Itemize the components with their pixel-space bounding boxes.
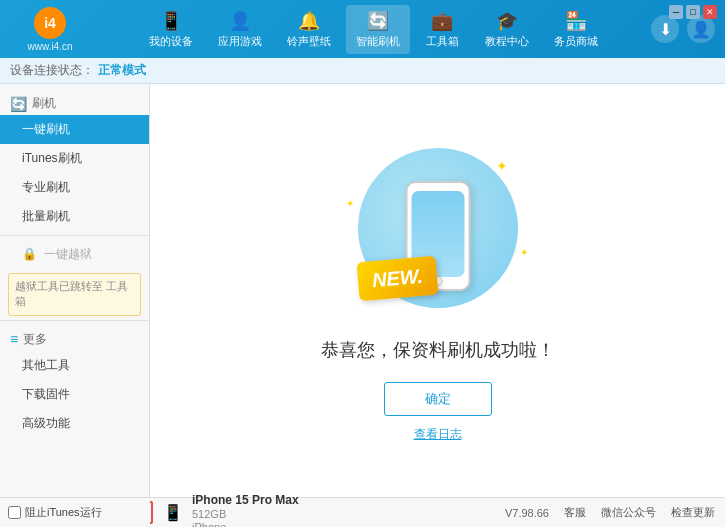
sidebar-section-flash: 🔄 刷机: [0, 89, 149, 115]
nav-item-store[interactable]: 🏪 务员商城: [544, 5, 608, 54]
wechat-link[interactable]: 微信公众号: [601, 505, 656, 520]
sidebar-item-itunes-flash[interactable]: iTunes刷机: [0, 144, 149, 173]
nav-item-apps-games[interactable]: 👤 应用游戏: [208, 5, 272, 54]
feedback-link[interactable]: 客服: [564, 505, 586, 520]
maximize-button[interactable]: □: [686, 5, 700, 19]
main-layout: 🔄 刷机 一键刷机 iTunes刷机 专业刷机 批量刷机 🔒 一键越狱 越狱工具…: [0, 84, 725, 497]
ringtones-icon: 🔔: [298, 10, 320, 32]
check-update-link[interactable]: 检查更新: [671, 505, 715, 520]
nav-item-ringtones[interactable]: 🔔 铃声壁纸: [277, 5, 341, 54]
user-button[interactable]: 👤: [687, 15, 715, 43]
new-badge: NEW.: [356, 256, 438, 302]
my-device-icon: 📱: [160, 10, 182, 32]
sidebar-item-other-tools[interactable]: 其他工具: [0, 351, 149, 380]
more-section-label: 更多: [23, 331, 47, 348]
header: i4 www.i4.cn 📱 我的设备 👤 应用游戏 🔔 铃声壁纸 🔄 智能刷机: [0, 0, 725, 58]
store-icon: 🏪: [565, 10, 587, 32]
flash-section-label: 刷机: [32, 95, 56, 112]
logo-url: www.i4.cn: [27, 41, 72, 52]
success-message: 恭喜您，保资料刷机成功啦！: [321, 338, 555, 362]
nav-item-tutorials[interactable]: 🎓 教程中心: [475, 5, 539, 54]
status-label: 设备连接状态：: [10, 62, 94, 79]
logo-area: i4 www.i4.cn: [10, 7, 90, 52]
store-label: 务员商城: [554, 34, 598, 49]
confirm-button[interactable]: 确定: [384, 382, 492, 416]
version-label: V7.98.66: [505, 507, 549, 519]
status-value: 正常模式: [98, 62, 146, 79]
itunes-bar: 阻止iTunes运行: [0, 497, 150, 527]
header-right: ⬇ 👤: [651, 15, 715, 43]
footer-right: V7.98.66 客服 微信公众号 检查更新: [505, 505, 715, 520]
phone-illustration: NEW. ✦ ✦ ✦: [338, 138, 538, 318]
sparkle-icon-1: ✦: [496, 158, 508, 174]
sidebar-item-jailbreak: 🔒 一键越狱: [0, 240, 149, 269]
more-section-icon: ≡: [10, 331, 18, 347]
smart-flash-icon: 🔄: [367, 10, 389, 32]
sidebar-item-one-key-flash[interactable]: 一键刷机: [0, 115, 149, 144]
sidebar-item-batch-flash[interactable]: 批量刷机: [0, 202, 149, 231]
close-button[interactable]: ✕: [703, 5, 717, 19]
content-area: NEW. ✦ ✦ ✦ 恭喜您，保资料刷机成功啦！ 确定 查看日志: [150, 84, 725, 497]
smart-flash-label: 智能刷机: [356, 34, 400, 49]
sidebar-divider-2: [0, 320, 149, 321]
nav-item-toolbox[interactable]: 💼 工具箱: [415, 5, 470, 54]
sparkle-icon-3: ✦: [520, 247, 528, 258]
tutorials-icon: 🎓: [496, 10, 518, 32]
nav-item-my-device[interactable]: 📱 我的设备: [139, 5, 203, 54]
footer-device-info: iPhone 15 Pro Max 512GB iPhone: [192, 493, 299, 528]
sidebar-divider-1: [0, 235, 149, 236]
toolbox-icon: 💼: [431, 10, 453, 32]
minimize-button[interactable]: ─: [669, 5, 683, 19]
nav-items: 📱 我的设备 👤 应用游戏 🔔 铃声壁纸 🔄 智能刷机 💼 工具箱 🎓: [105, 5, 641, 54]
apps-games-label: 应用游戏: [218, 34, 262, 49]
apps-games-icon: 👤: [229, 10, 251, 32]
status-bar: 设备连接状态： 正常模式: [0, 58, 725, 84]
sparkle-icon-2: ✦: [346, 198, 354, 209]
tutorials-label: 教程中心: [485, 34, 529, 49]
device-name: iPhone 15 Pro Max: [192, 493, 299, 507]
logo-icon: i4: [34, 7, 66, 39]
device-type: iPhone: [192, 521, 299, 528]
window-controls: ─ □ ✕: [669, 5, 717, 19]
itunes-label: 阻止iTunes运行: [25, 505, 102, 520]
sidebar-notice: 越狱工具已跳转至 工具箱: [8, 273, 141, 316]
sidebar-item-advanced[interactable]: 高级功能: [0, 409, 149, 438]
device-storage: 512GB: [192, 508, 299, 520]
sidebar: 🔄 刷机 一键刷机 iTunes刷机 专业刷机 批量刷机 🔒 一键越狱 越狱工具…: [0, 84, 150, 497]
sidebar-item-pro-flash[interactable]: 专业刷机: [0, 173, 149, 202]
device-phone-icon: 📱: [163, 503, 183, 522]
sidebar-item-download-firmware[interactable]: 下载固件: [0, 380, 149, 409]
download-button[interactable]: ⬇: [651, 15, 679, 43]
itunes-checkbox[interactable]: [8, 506, 21, 519]
my-device-label: 我的设备: [149, 34, 193, 49]
flash-section-icon: 🔄: [10, 96, 27, 112]
log-link[interactable]: 查看日志: [414, 426, 462, 443]
nav-item-smart-flash[interactable]: 🔄 智能刷机: [346, 5, 410, 54]
toolbox-label: 工具箱: [426, 34, 459, 49]
ringtones-label: 铃声壁纸: [287, 34, 331, 49]
sidebar-section-more: ≡ 更多: [0, 325, 149, 351]
